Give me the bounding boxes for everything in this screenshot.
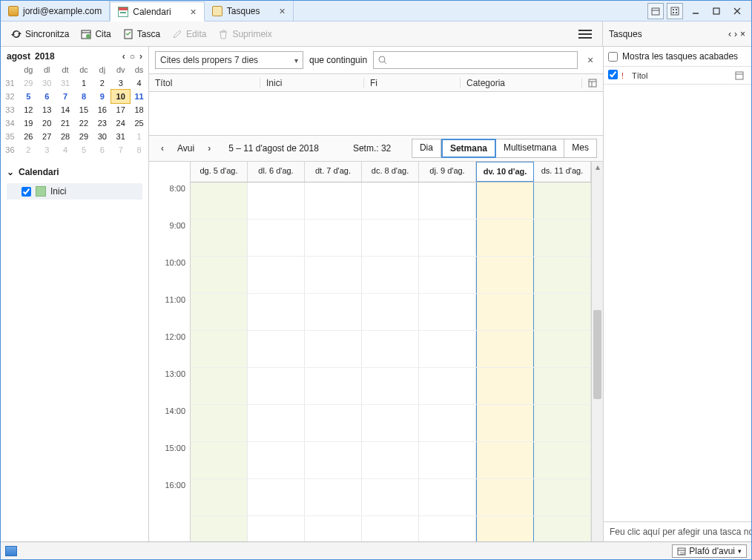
- minical-day[interactable]: 30: [93, 130, 111, 143]
- show-completed-row[interactable]: Mostra les tasques acabades: [604, 47, 751, 67]
- col-end[interactable]: Fi: [364, 78, 461, 88]
- prev-month-icon[interactable]: ‹: [122, 51, 125, 62]
- minical-day[interactable]: 6: [93, 143, 111, 157]
- filter-range-combo[interactable]: Cites dels propers 7 dies ▾: [155, 51, 303, 69]
- minical-day[interactable]: 30: [38, 76, 56, 90]
- prev-button[interactable]: ‹: [155, 141, 170, 156]
- minical-day[interactable]: 29: [19, 76, 38, 90]
- minical-day[interactable]: 19: [19, 116, 38, 130]
- chevron-left-icon[interactable]: ‹: [728, 29, 731, 39]
- panels-icon[interactable]: [667, 3, 683, 19]
- new-task-button[interactable]: Tasca: [119, 26, 165, 42]
- calendar-item-home[interactable]: Inici: [7, 183, 142, 200]
- scrollbar[interactable]: ▴: [591, 162, 603, 541]
- minical-day[interactable]: 7: [111, 143, 130, 157]
- day-col-sat[interactable]: [534, 182, 591, 541]
- day-col-fri[interactable]: [476, 182, 534, 541]
- close-icon[interactable]: ×: [191, 6, 197, 18]
- today-pane-button[interactable]: 10 Plafó d'avui ▾: [672, 544, 747, 558]
- minical-day[interactable]: 31: [111, 130, 130, 143]
- minical-day[interactable]: 29: [75, 130, 93, 143]
- minical-day[interactable]: 15: [75, 103, 93, 116]
- calendar-pane-icon[interactable]: [647, 3, 664, 19]
- day-header[interactable]: dt. 7 d'ag.: [305, 162, 362, 182]
- today-button[interactable]: Avui: [174, 143, 197, 154]
- minical-day[interactable]: 22: [75, 116, 93, 130]
- minical-day[interactable]: 2: [93, 76, 111, 90]
- column-picker-icon[interactable]: [735, 71, 747, 80]
- col-title[interactable]: Títol: [149, 78, 260, 88]
- day-col-wed[interactable]: [362, 182, 419, 541]
- minical-day[interactable]: 7: [56, 90, 75, 103]
- minical-day[interactable]: 3: [38, 143, 56, 157]
- view-day[interactable]: Dia: [412, 139, 441, 158]
- minical-day[interactable]: 5: [75, 143, 93, 157]
- minical-day[interactable]: 8: [130, 143, 148, 157]
- day-header[interactable]: dv. 10 d'ag.: [476, 162, 534, 182]
- minical-day[interactable]: 25: [130, 116, 148, 130]
- close-icon[interactable]: ×: [279, 5, 285, 17]
- add-task-hint[interactable]: Feu clic aquí per afegir una tasca no: [604, 521, 751, 541]
- priority-icon[interactable]: !: [621, 71, 632, 80]
- view-multiweek[interactable]: Multisetmana: [496, 139, 564, 158]
- minical-day[interactable]: 1: [75, 76, 93, 90]
- clear-filter-icon[interactable]: ×: [584, 54, 597, 66]
- minical-day[interactable]: 28: [56, 130, 75, 143]
- minical-day[interactable]: 12: [19, 103, 38, 116]
- mini-calendar[interactable]: dgdldtdcdjdvds 3129303112343256789101133…: [1, 63, 148, 157]
- minical-day[interactable]: 6: [38, 90, 56, 103]
- tab-mail[interactable]: jordi@example.com: [1, 1, 110, 21]
- minical-day[interactable]: 18: [130, 103, 148, 116]
- day-header[interactable]: dl. 6 d'ag.: [248, 162, 305, 182]
- column-picker-icon[interactable]: [582, 79, 603, 88]
- minical-day[interactable]: 1: [130, 130, 148, 143]
- minical-day[interactable]: 11: [130, 90, 148, 103]
- minical-day[interactable]: 8: [75, 90, 93, 103]
- day-header[interactable]: ds. 11 d'ag.: [534, 162, 591, 182]
- minimize-button[interactable]: [686, 3, 705, 19]
- minical-day[interactable]: 4: [56, 143, 75, 157]
- tab-calendar[interactable]: Calendari ×: [110, 1, 205, 22]
- sync-button[interactable]: Sincronitza: [7, 26, 73, 42]
- close-icon[interactable]: ×: [740, 29, 745, 39]
- calendar-tree-header[interactable]: ⌄ Calendari: [7, 164, 142, 180]
- day-col-thu[interactable]: [419, 182, 476, 541]
- minical-day[interactable]: 14: [56, 103, 75, 116]
- show-completed-checkbox[interactable]: [608, 52, 618, 62]
- col-checkbox[interactable]: [608, 70, 621, 81]
- day-body[interactable]: [191, 182, 591, 541]
- col-start[interactable]: Inici: [260, 78, 364, 88]
- scroll-thumb[interactable]: [593, 310, 601, 399]
- day-header[interactable]: dj. 9 d'ag.: [419, 162, 476, 182]
- col-category[interactable]: Categoria: [461, 78, 582, 88]
- minical-day[interactable]: 3: [111, 76, 130, 90]
- minical-day[interactable]: 10: [111, 90, 130, 103]
- view-week[interactable]: Setmana: [441, 139, 496, 158]
- minical-day[interactable]: 24: [111, 116, 130, 130]
- day-col-tue[interactable]: [305, 182, 362, 541]
- minical-day[interactable]: 21: [56, 116, 75, 130]
- col-task-title[interactable]: Títol: [632, 71, 735, 80]
- minical-day[interactable]: 4: [130, 76, 148, 90]
- minical-day[interactable]: 13: [38, 103, 56, 116]
- minical-day[interactable]: 2: [19, 143, 38, 157]
- minical-day[interactable]: 20: [38, 116, 56, 130]
- tab-tasks[interactable]: Tasques ×: [205, 1, 294, 21]
- app-menu-button[interactable]: [574, 27, 596, 42]
- day-header[interactable]: dg. 5 d'ag.: [191, 162, 248, 182]
- filter-search-input[interactable]: [392, 54, 573, 66]
- minical-day[interactable]: 23: [93, 116, 111, 130]
- next-month-icon[interactable]: ›: [139, 51, 142, 62]
- minical-day[interactable]: 27: [38, 130, 56, 143]
- next-button[interactable]: ›: [202, 141, 217, 156]
- minical-day[interactable]: 17: [111, 103, 130, 116]
- network-icon[interactable]: [5, 546, 17, 556]
- minical-day[interactable]: 31: [56, 76, 75, 90]
- minical-day[interactable]: 16: [93, 103, 111, 116]
- day-col-sun[interactable]: [191, 182, 248, 541]
- day-col-mon[interactable]: [248, 182, 305, 541]
- today-icon[interactable]: ○: [130, 51, 135, 62]
- scroll-up-icon[interactable]: ▴: [592, 162, 603, 172]
- filter-search[interactable]: [373, 51, 578, 69]
- calendar-item-checkbox[interactable]: [22, 187, 31, 197]
